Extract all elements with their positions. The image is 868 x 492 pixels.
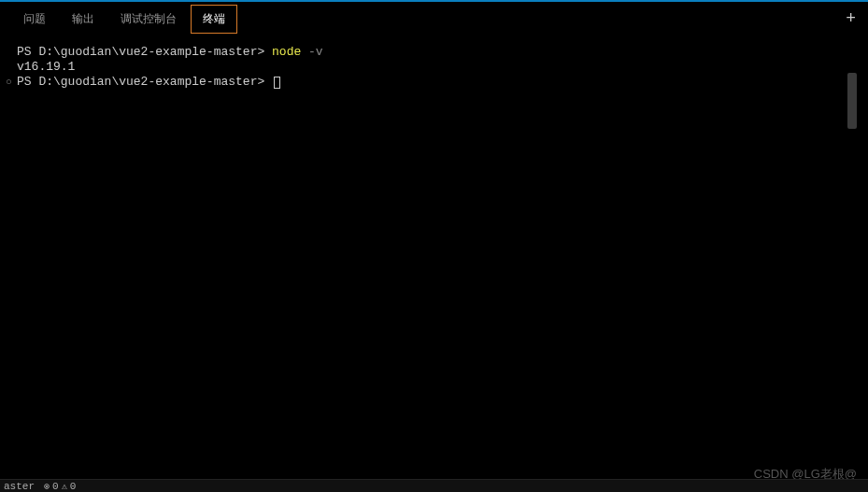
new-terminal-icon[interactable]: + [840,7,861,30]
tab-problems[interactable]: 问题 [11,5,58,34]
terminal-line: PS D:\guodian\vue2-example-master> node … [17,45,851,60]
terminal-panel: 问题 输出 调试控制台 终端 + PS D:\guodian\vue2-exam… [0,2,868,492]
command-output: v16.19.1 [17,60,75,75]
cursor-icon [274,77,280,89]
error-icon: ⊗ [44,481,50,492]
panel-tab-bar: 问题 输出 调试控制台 终端 + [11,2,857,35]
status-branch[interactable]: aster [4,481,35,492]
terminal-line: PS D:\guodian\vue2-example-master> [17,75,851,90]
status-bar: aster ⊗ 0 ⚠ 0 [0,479,868,492]
prompt-path: PS D:\guodian\vue2-example-master> [17,45,272,60]
warning-icon: ⚠ [62,481,67,492]
tab-output[interactable]: 输出 [60,5,107,34]
terminal-body[interactable]: PS D:\guodian\vue2-example-master> node … [11,35,857,492]
tab-debug-console[interactable]: 调试控制台 [108,5,189,34]
command-name: node [272,45,301,60]
prompt-path: PS D:\guodian\vue2-example-master> [17,75,272,90]
gutter-marker-icon: ○ [6,75,12,90]
terminal-line: v16.19.1 [17,60,851,75]
status-errors[interactable]: ⊗ 0 ⚠ 0 [44,481,76,492]
warning-count: 0 [70,481,77,492]
scrollbar-thumb[interactable] [847,73,857,129]
tab-terminal[interactable]: 终端 [191,5,237,34]
error-count: 0 [52,481,59,492]
branch-label: aster [4,481,35,492]
command-flag: -v [301,45,322,60]
